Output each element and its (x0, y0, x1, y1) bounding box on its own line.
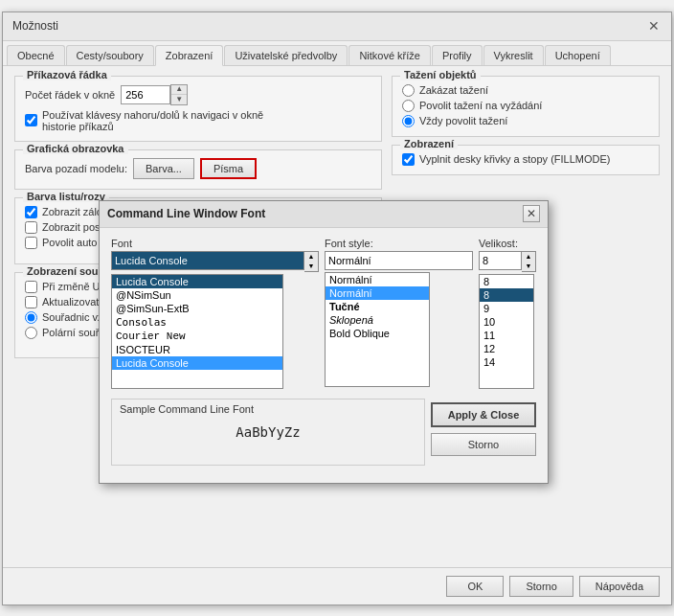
storno-main-button[interactable]: Storno (509, 576, 573, 597)
pocet-input[interactable] (121, 85, 170, 104)
size-item-4[interactable]: 11 (480, 329, 533, 342)
sample-text: AaBbYyZz (120, 424, 416, 440)
style-input[interactable] (325, 251, 473, 270)
size-item-3[interactable]: 10 (480, 315, 533, 329)
size-scroll-up[interactable]: ▲ (522, 252, 535, 262)
tab-cesty[interactable]: Cesty/soubory (66, 45, 154, 65)
pisma-button[interactable]: Písma (200, 158, 257, 179)
vyplnit-row: Vyplnit desky křivky a stopy (FILLMODE) (402, 153, 649, 166)
dialog-close-button[interactable]: ✕ (523, 205, 540, 222)
zakazat-row: Zakázat tažení (402, 84, 649, 97)
barva-row: Barva pozadí modelu: Barva... Písma (25, 158, 371, 179)
polarni-radio[interactable] (25, 327, 37, 339)
font-dialog: Command Line Window Font ✕ Font ▲ ▼ (99, 200, 549, 484)
povolit-tazeni-label: Povolit tažení na vyžádání (419, 100, 542, 111)
spinner-up[interactable]: ▲ (171, 85, 187, 95)
style-item-4[interactable]: Bold Oblique (326, 327, 429, 340)
klavesy-row: Používat klávesy nahoru/dolů k navigaci … (25, 109, 371, 132)
ok-button[interactable]: OK (446, 576, 504, 597)
style-item-0[interactable]: Normální (326, 273, 429, 286)
style-item-3[interactable]: Sklopená (326, 313, 429, 327)
vyplnit-checkbox[interactable] (402, 153, 415, 166)
souradnic-vz-radio[interactable] (25, 311, 37, 324)
napoveda-button[interactable]: Nápověda (579, 576, 660, 597)
section-title-zobrazeni-right: Zobrazení (400, 138, 458, 149)
style-input-row (325, 251, 473, 270)
pri-zmene-label: Při změně US (42, 281, 107, 292)
font-col: Font ▲ ▼ Lucida Console @NSimSun (111, 238, 319, 389)
font-item-1[interactable]: @NSimSun (112, 288, 282, 302)
tab-profily[interactable]: Profily (432, 45, 483, 65)
zakazat-radio[interactable] (402, 84, 415, 97)
dialog-body: Font ▲ ▼ Lucida Console @NSimSun (100, 228, 548, 483)
font-item-6[interactable]: Lucida Console (112, 356, 282, 370)
sample-area: Sample Command Line Font AaBbYyZz (111, 399, 425, 466)
section-title-zobrazeni-sour: Zobrazení souř (23, 265, 106, 277)
section-title-barva-listu: Barva listu/rozv (23, 191, 109, 202)
section-title-graficka: Grafická obrazovka (23, 143, 128, 154)
tab-nitkove[interactable]: Nitkové kříže (348, 45, 431, 65)
vzdy-povolit-radio[interactable] (402, 115, 415, 127)
section-prikazova-radka: Příkazová řádka Počet řádek v okně ▲ ▼ (14, 76, 382, 142)
storno-button[interactable]: Storno (431, 433, 536, 456)
tab-uchopeni[interactable]: Uchopení (545, 45, 611, 65)
tab-vykreslit[interactable]: Vykreslit (483, 45, 544, 65)
font-listbox[interactable]: Lucida Console @NSimSun @SimSun-ExtB Con… (111, 274, 283, 389)
size-item-6[interactable]: 14 (480, 355, 533, 369)
window-close-button[interactable]: ✕ (646, 18, 662, 34)
tab-uzivatelske[interactable]: Uživatelské předvolby (224, 45, 348, 65)
spinner-down[interactable]: ▼ (171, 95, 187, 104)
title-bar: Možnosti ✕ (3, 12, 671, 41)
section-title-tazeni: Tažení objektů (400, 69, 481, 80)
style-listbox[interactable]: Normální Normální Tučné Sklopená Bold Ob… (325, 272, 430, 387)
sample-title: Sample Command Line Font (120, 403, 416, 415)
font-item-3[interactable]: Consolas (112, 315, 282, 330)
pocet-radek-row: Počet řádek v okně ▲ ▼ (25, 84, 371, 105)
barva-button[interactable]: Barva... (133, 158, 194, 179)
style-item-1[interactable]: Normální (326, 286, 429, 300)
font-item-0[interactable]: Lucida Console (112, 275, 282, 288)
size-item-1[interactable]: 8 (480, 288, 533, 302)
size-item-0[interactable]: 8 (480, 275, 533, 288)
polarni-label: Polární souřa (42, 327, 104, 338)
font-scroll-down[interactable]: ▼ (304, 262, 318, 271)
size-scroll-down[interactable]: ▼ (522, 262, 535, 271)
font-cols-layout: Font ▲ ▼ Lucida Console @NSimSun (111, 238, 536, 389)
main-window: Možnosti ✕ Obecné Cesty/soubory Zobrazen… (2, 11, 672, 605)
font-input-row: ▲ ▼ (111, 251, 319, 272)
font-input[interactable] (111, 251, 304, 270)
aktualizovat-checkbox[interactable] (25, 296, 37, 308)
font-item-5[interactable]: ISOCTEUR (112, 343, 282, 356)
size-listbox[interactable]: 8 8 9 10 11 12 14 (479, 274, 534, 389)
klavesy-checkbox[interactable] (25, 114, 37, 126)
font-scroll-up[interactable]: ▲ (304, 252, 318, 262)
barva-label: Barva pozadí modelu: (25, 163, 127, 174)
tab-zobrazeni[interactable]: Zobrazení (155, 45, 224, 66)
font-item-2[interactable]: @SimSun-ExtB (112, 302, 282, 315)
size-item-5[interactable]: 12 (480, 342, 533, 355)
style-item-2[interactable]: Tučné (326, 300, 429, 313)
pocet-label: Počet řádek v okně (25, 89, 115, 101)
zobrazit-zal-checkbox[interactable] (25, 206, 37, 218)
style-col-label: Font style: (325, 238, 473, 249)
zobrazit-zal-label: Zobrazit zálo (42, 206, 102, 217)
size-item-2[interactable]: 9 (480, 302, 533, 315)
zobrazit-pos-checkbox[interactable] (25, 221, 37, 234)
size-input[interactable] (479, 251, 522, 270)
povolit-auto-label: Povolit auto (42, 237, 97, 248)
povolit-auto-checkbox[interactable] (25, 237, 37, 249)
souradnic-vz-label: Souřadnic vz (42, 311, 103, 323)
section-zobrazeni-right: Zobrazení Vyplnit desky křivky a stopy (… (392, 145, 660, 175)
apply-close-button[interactable]: Apply & Close (431, 402, 536, 427)
size-col: Velikost: ▲ ▼ 8 8 9 (479, 238, 536, 389)
font-item-4[interactable]: Courier New (112, 330, 282, 343)
dialog-bottom-row: Sample Command Line Font AaBbYyZz Apply … (111, 399, 536, 473)
tab-obecne[interactable]: Obecné (7, 45, 65, 65)
pri-zmene-checkbox[interactable] (25, 281, 37, 293)
dialog-btn-col: Apply & Close Storno (431, 399, 536, 456)
vzdy-povolit-label: Vždy povolit tažení (419, 115, 507, 126)
povolit-tazeni-radio[interactable] (402, 100, 415, 112)
zakazat-label: Zakázat tažení (419, 84, 488, 96)
tab-bar: Obecné Cesty/soubory Zobrazení Uživatels… (3, 41, 671, 66)
font-scroll-arrows: ▲ ▼ (304, 251, 319, 272)
